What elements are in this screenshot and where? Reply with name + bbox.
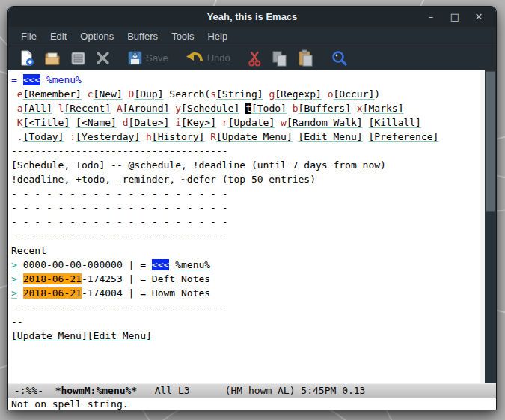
key-char: K (17, 117, 23, 128)
close-icon[interactable]: ✕ (471, 11, 487, 22)
menu-link[interactable]: [Key>] (181, 117, 216, 128)
text: !deadline, +todo, -reminder, ~defer (top… (11, 174, 316, 185)
search-button[interactable] (331, 49, 348, 67)
text (287, 103, 293, 114)
menu-link[interactable]: [History] (152, 131, 204, 142)
buffer-line: -- (11, 314, 480, 329)
menu-link[interactable]: [New] (94, 88, 123, 100)
text (140, 131, 146, 142)
menu-link[interactable]: [Occur] (334, 88, 375, 100)
key-char: i (175, 117, 181, 128)
menu-link[interactable]: [<Title] (23, 117, 70, 128)
menu-link[interactable]: [Yesterday] (76, 131, 140, 142)
undo-button[interactable]: Undo (186, 50, 230, 66)
text (363, 117, 369, 128)
buffer-line: [Update Menu][Edit Menu] (11, 329, 480, 343)
text (40, 74, 46, 85)
text (11, 88, 17, 100)
save-button[interactable]: Save (127, 50, 168, 66)
new-file-button[interactable] (19, 49, 34, 67)
menu-link[interactable]: %menu% (46, 74, 82, 85)
menu-link[interactable]: [<Name] (76, 117, 117, 128)
menu-link[interactable]: [Preference] (368, 131, 438, 142)
menu-link[interactable]: [Regexp] (275, 88, 322, 100)
menu-link[interactable]: [Buffers] (299, 103, 351, 114)
text (11, 103, 17, 114)
text (204, 131, 210, 142)
key-char: r (222, 117, 228, 128)
menu-link[interactable]: [String] (216, 88, 263, 100)
text: -- (11, 316, 23, 327)
window-controls: – □ ✕ (423, 11, 496, 22)
howm-menu-buffer[interactable]: = <<< %menu% e[Remember] c[New] D[Dup] S… (8, 70, 480, 383)
save-disk-icon (127, 50, 143, 66)
menu-link[interactable]: [Recent] (64, 103, 111, 114)
text: ------------------------------------- (11, 231, 228, 242)
text: ) (374, 88, 380, 100)
kill-buffer-button[interactable] (96, 51, 110, 65)
menu-link[interactable]: [Update] (228, 117, 275, 128)
menu-link[interactable]: %menu% (175, 259, 210, 270)
menu-link[interactable]: [Remember] (23, 88, 82, 100)
menu-link[interactable]: [Edit Menu] (88, 330, 152, 341)
text-cursor: t (245, 103, 251, 114)
dired-button[interactable] (70, 50, 86, 66)
recent-item-link[interactable]: > (11, 287, 17, 299)
undo-arrow-icon (186, 50, 204, 66)
open-file-button[interactable] (44, 50, 61, 67)
buffer-line: > 2018-06-21-174253 | = Deft Notes (11, 272, 480, 286)
menu-link[interactable]: [Edit Menu] (299, 131, 363, 142)
key-char: w (281, 117, 287, 128)
cut-button[interactable] (248, 50, 262, 67)
menu-tools[interactable]: Tools (165, 31, 201, 42)
text (351, 103, 357, 114)
menu-file[interactable]: File (14, 31, 43, 42)
menu-link[interactable]: [Update Menu] (216, 131, 293, 142)
cut-scissors-icon (248, 50, 262, 67)
menu-bar: File Edit Options Buffers Tools Help (8, 27, 496, 46)
recent-item-link[interactable]: > (11, 273, 17, 284)
minimize-icon[interactable]: – (423, 11, 439, 22)
menu-link[interactable]: [Update Menu] (11, 330, 88, 341)
menu-link[interactable]: [Dup] (134, 88, 163, 100)
menu-mark: = (11, 74, 23, 85)
text (17, 273, 23, 284)
menu-link[interactable]: [Date>] (129, 117, 170, 128)
scrollbar-thumb[interactable] (486, 71, 495, 212)
buffer-line: ------------------------------------- (11, 300, 480, 314)
menu-help[interactable]: Help (201, 31, 234, 42)
menu-link[interactable]: [Killall] (369, 117, 421, 128)
key-char: y (175, 103, 181, 114)
file-drawer-icon (70, 50, 86, 66)
buffer-line: > 2018-06-21-174004 | = Howm Notes (11, 286, 480, 300)
menu-link[interactable]: [Around] (123, 103, 170, 114)
open-folder-icon (44, 50, 61, 67)
menu-options[interactable]: Options (73, 31, 120, 42)
recent-item-link[interactable]: > (11, 259, 17, 270)
menu-edit[interactable]: Edit (43, 31, 73, 42)
text (117, 117, 123, 128)
date-highlight: 2018-06-21 (23, 287, 82, 299)
menu-link[interactable]: [Schedule] (181, 103, 239, 114)
text (169, 259, 175, 270)
copy-icon (272, 50, 287, 67)
copy-button[interactable] (272, 50, 287, 67)
title-bar: Yeah, this is Emacs – □ ✕ (8, 7, 496, 27)
text (17, 287, 23, 299)
menu-link[interactable]: [Todo] (251, 103, 287, 114)
echo-area: Not on spell string. (8, 398, 496, 410)
key-char: : (70, 131, 76, 142)
menu-link[interactable]: [Today] (23, 131, 64, 142)
menu-buffers[interactable]: Buffers (120, 31, 165, 42)
buffer-line: a[All] l[Recent] A[Around] y[Schedule] t… (11, 101, 480, 115)
maximize-icon[interactable]: □ (447, 11, 463, 22)
menu-link[interactable]: [Random Walk] (287, 117, 363, 128)
key-char: b (293, 103, 299, 114)
text (169, 117, 175, 128)
menu-link[interactable]: [All] (23, 103, 52, 114)
scrollbar[interactable] (485, 70, 496, 383)
tool-bar: Save Undo (8, 46, 496, 70)
paste-button[interactable] (297, 49, 313, 67)
buffer-line: Recent (11, 243, 480, 258)
menu-link[interactable]: [Marks] (363, 103, 404, 114)
